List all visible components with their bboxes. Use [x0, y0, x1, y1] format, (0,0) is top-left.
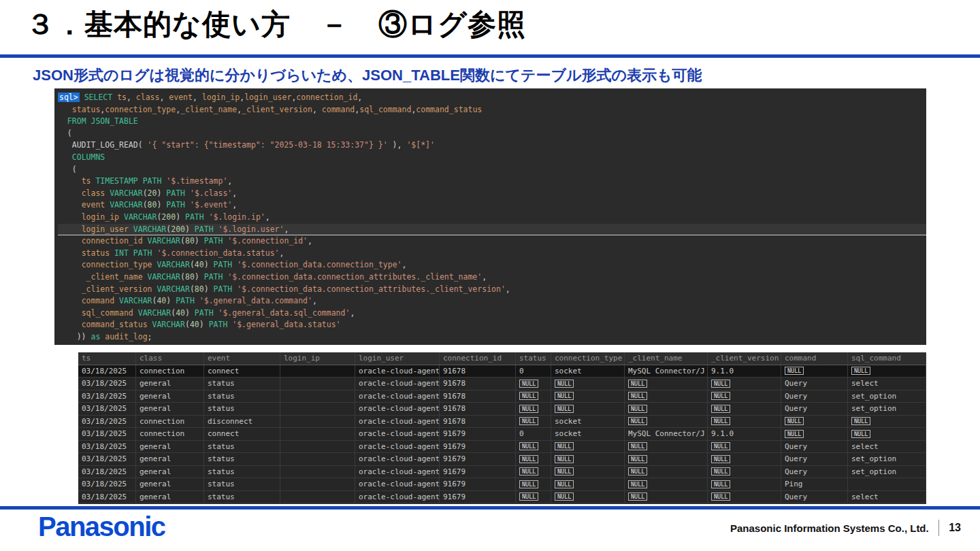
page-number: 13: [949, 522, 961, 534]
table-cell: NULL: [551, 403, 625, 415]
null-badge: NULL: [555, 380, 574, 388]
table-cell: MySQL Connector/J: [625, 428, 708, 440]
table-cell: oracle-cloud-agent: [355, 403, 440, 415]
null-badge: NULL: [519, 380, 538, 388]
table-cell: [280, 478, 355, 490]
null-badge: NULL: [851, 417, 870, 425]
table-cell: 03/18/2025: [78, 403, 136, 415]
table-cell: [280, 390, 355, 403]
table-cell: 03/18/2025: [78, 441, 136, 453]
sql-line: _client_version VARCHAR(80) PATH '$.conn…: [58, 284, 926, 296]
column-header: sql_command: [848, 352, 926, 365]
null-badge: NULL: [628, 492, 647, 501]
column-header: class: [136, 352, 204, 365]
table-cell: NULL: [625, 453, 708, 465]
null-badge: NULL: [519, 392, 538, 400]
table-cell: MySQL Connector/J: [625, 365, 708, 378]
table-cell: oracle-cloud-agent: [355, 478, 440, 490]
table-cell: connection: [136, 365, 204, 378]
company-name: Panasonic Information Systems Co., Ltd.: [730, 522, 929, 534]
sql-query: sql> SELECT ts, class, event, login_ip,l…: [58, 92, 926, 343]
table-cell: [280, 491, 355, 503]
sql-line: sql_command VARCHAR(40) PATH '$.general_…: [58, 307, 926, 320]
null-badge: NULL: [555, 467, 574, 475]
table-cell: general: [136, 491, 204, 503]
table-cell: status: [204, 390, 280, 403]
table-cell: [280, 365, 355, 378]
table-cell: NULL: [551, 390, 625, 403]
column-header: _client_name: [625, 352, 708, 365]
null-badge: NULL: [628, 442, 647, 450]
sql-line: ts TIMESTAMP PATH '$.timestamp',: [58, 176, 926, 188]
sql-terminal: sql> SELECT ts, class, event, login_ip,l…: [54, 88, 926, 345]
column-header: status: [516, 352, 551, 365]
table-cell: set_option: [848, 390, 926, 403]
table-cell: 9.1.0: [708, 365, 781, 378]
table-cell: socket: [551, 416, 625, 428]
table-cell: NULL: [516, 453, 551, 465]
sql-line: COLUMNS: [58, 152, 926, 164]
table-cell: Query: [781, 453, 848, 465]
sql-line: event VARCHAR(80) PATH '$.event',: [58, 199, 926, 212]
table-cell: Query: [781, 441, 848, 453]
table-cell: NULL: [848, 416, 926, 428]
table-cell: oracle-cloud-agent: [355, 466, 440, 478]
table-cell: oracle-cloud-agent: [355, 453, 440, 465]
table-cell: NULL: [551, 378, 625, 390]
null-badge: NULL: [711, 442, 730, 450]
table-cell: socket: [551, 428, 625, 440]
table-cell: general: [136, 478, 204, 490]
table-cell: 03/18/2025: [78, 390, 136, 403]
sql-line: )) as audit_log;: [58, 331, 926, 344]
sql-line: _client_name VARCHAR(80) PATH '$.connect…: [58, 271, 926, 284]
panasonic-logo: Panasonic: [38, 512, 165, 542]
column-header: login_user: [355, 352, 440, 365]
table-cell: NULL: [625, 416, 708, 428]
null-badge: NULL: [555, 442, 574, 450]
sql-line: command VARCHAR(40) PATH '$.general_data…: [58, 295, 926, 307]
sql-line: (: [58, 164, 926, 176]
table-cell: status: [204, 403, 280, 415]
table-cell: NULL: [516, 466, 551, 478]
null-badge: NULL: [785, 417, 804, 425]
null-badge: NULL: [711, 405, 730, 413]
null-badge: NULL: [628, 417, 647, 425]
null-badge: NULL: [519, 442, 538, 450]
sql-line: status,connection_type,_client_name,_cli…: [58, 104, 926, 116]
null-badge: NULL: [851, 430, 870, 438]
null-badge: NULL: [555, 455, 574, 463]
null-badge: NULL: [519, 417, 538, 425]
table-header-row: tsclasseventlogin_iplogin_userconnection…: [78, 352, 926, 365]
table-cell: 91679: [440, 453, 516, 465]
table-cell: 03/18/2025: [78, 416, 136, 428]
table-cell: NULL: [625, 491, 708, 503]
null-badge: NULL: [628, 480, 647, 488]
table-cell: 91679: [440, 478, 516, 490]
table-cell: status: [204, 441, 280, 453]
table-cell: Query: [781, 378, 848, 390]
table-cell: 91679: [440, 428, 516, 440]
table-cell: NULL: [516, 491, 551, 503]
sql-line: sql> SELECT ts, class, event, login_ip,l…: [58, 92, 926, 104]
table-cell: NULL: [551, 491, 625, 503]
slide: ３．基本的な使い方 － ③ログ参照 JSON形式のログは視覚的に分かりづらいため…: [0, 0, 980, 551]
table-cell: 03/18/2025: [78, 491, 136, 503]
table-cell: disconnect: [204, 416, 280, 428]
null-badge: NULL: [711, 455, 730, 463]
table-cell: Ping: [781, 478, 848, 490]
null-badge: NULL: [628, 392, 647, 400]
table-cell: 91679: [440, 441, 516, 453]
table-row: 03/18/2025generalstatusoracle-cloud-agen…: [78, 491, 926, 504]
column-header: _client_version: [708, 352, 781, 365]
table-cell: NULL: [551, 466, 625, 478]
sql-line: login_ip VARCHAR(200) PATH '$.login.ip',: [58, 212, 926, 224]
footer-right: Panasonic Information Systems Co., Ltd. …: [730, 520, 961, 536]
null-badge: NULL: [555, 480, 574, 488]
sql-line: AUDIT_LOG_READ( '{ "start": {"timestamp"…: [58, 139, 926, 152]
table-cell: NULL: [625, 441, 708, 453]
table-cell: status: [204, 466, 280, 478]
null-badge: NULL: [711, 417, 730, 425]
sql-line: connection_id VARCHAR(80) PATH '$.connec…: [58, 235, 926, 248]
null-badge: NULL: [711, 380, 730, 388]
table-cell: NULL: [708, 491, 781, 503]
